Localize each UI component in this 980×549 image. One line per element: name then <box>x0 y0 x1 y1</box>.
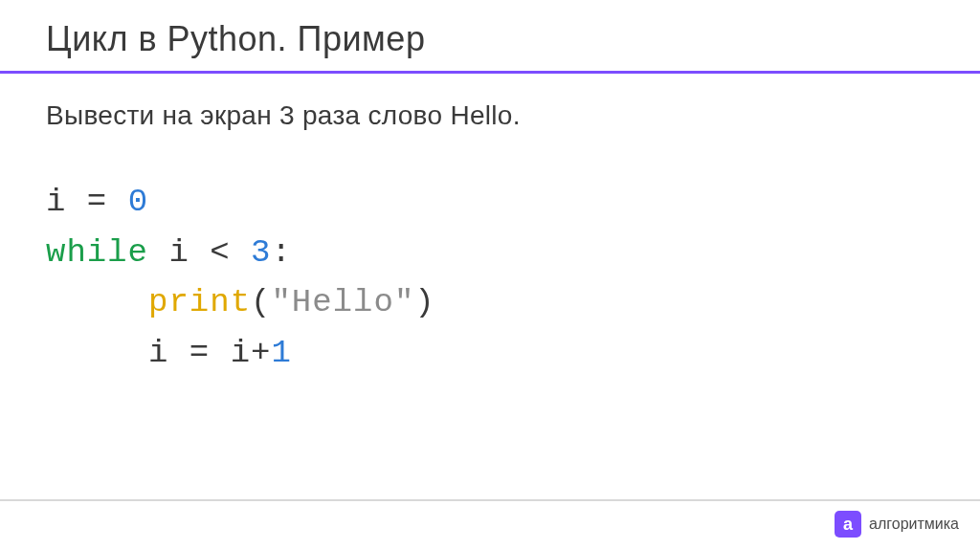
code-text: ( <box>251 284 271 320</box>
code-line-3: print("Hello") <box>46 277 934 328</box>
title-underline <box>0 71 980 74</box>
footer-divider <box>0 499 980 501</box>
task-description: Вывести на экран 3 раза слово Hello. <box>0 100 980 131</box>
code-string: "Hello" <box>271 284 414 320</box>
code-block: i = 0 while i < 3: print("Hello") i = i+… <box>0 177 980 379</box>
code-number: 0 <box>128 184 148 220</box>
code-line-2: while i < 3: <box>46 228 934 278</box>
logo-icon: а <box>835 511 861 538</box>
footer-logo: а алгоритмика <box>835 511 959 538</box>
code-function: print <box>148 284 251 320</box>
code-indent <box>46 284 148 320</box>
code-text: i = <box>46 184 128 220</box>
code-text: ) <box>414 284 434 320</box>
code-number: 3 <box>251 234 271 271</box>
code-number: 1 <box>271 335 291 371</box>
brand-name: алгоритмика <box>869 516 959 533</box>
code-line-1: i = 0 <box>46 177 934 228</box>
code-text: : <box>271 234 291 271</box>
code-text: i < <box>148 234 251 271</box>
code-indent <box>46 335 148 371</box>
code-keyword: while <box>46 234 148 271</box>
slide-title: Цикл в Python. Пример <box>0 0 980 71</box>
code-text: i = i+ <box>148 335 271 371</box>
code-line-4: i = i+1 <box>46 328 934 379</box>
